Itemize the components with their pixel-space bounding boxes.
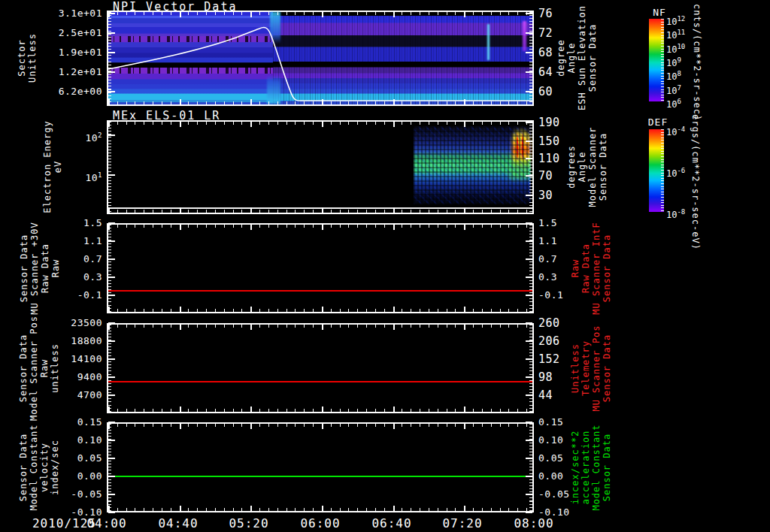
panel3-data-line: [108, 290, 532, 292]
xaxis-tick: 06:00: [286, 516, 354, 530]
panel3-right-minor-ticks: [529, 225, 532, 312]
panel5-yaxis-label: Sensor Data Model Constant velocity inde…: [17, 407, 62, 527]
panel1-ytick: 3.1e+01: [27, 8, 102, 20]
panel1-yaxis-label: Sector Unitless: [16, 0, 38, 118]
panel1-ytick: 1.2e+01: [27, 66, 102, 78]
colorbar-nf: [649, 19, 664, 101]
panel5-lineplot: [107, 422, 534, 512]
panel2-heatmap: [414, 126, 531, 204]
panel3-top-ticks: [108, 225, 532, 230]
plot-page: NPI Vector Data 3.1e+01 2.5e+01 1.9e+01 …: [0, 0, 770, 532]
panel2-green-patch: [510, 168, 529, 179]
colorbar-def: [649, 129, 664, 212]
colorbar-def-tick: 10-8: [666, 207, 708, 220]
panel5-right-minor-ticks: [529, 424, 532, 511]
panel5-data-line: [108, 476, 532, 477]
panel1-overlay-line: [108, 12, 532, 104]
panel3-lineplot: [107, 223, 534, 313]
panel1-ytick: 6.2e+00: [27, 86, 102, 98]
panel4-left-minor-ticks: [108, 325, 111, 412]
panel2-red-streak: [517, 132, 518, 161]
xaxis-tick: 08:00: [500, 516, 568, 530]
panel2-ytick: 101: [27, 169, 102, 184]
panel4-top-ticks: [108, 325, 532, 330]
panel2-red-streak: [522, 132, 523, 161]
colorbar-nf-unit: cnts/(cm**2-sr-sec): [692, 4, 702, 116]
panel5-top-ticks: [108, 424, 532, 429]
panel3-bottom-ticks: [108, 307, 532, 312]
panel1-ytick: 1.9e+01: [27, 47, 102, 59]
panel4-data-line: [108, 381, 532, 382]
panel4-lineplot: [107, 323, 534, 413]
colorbar-def-tick: 10-6: [666, 165, 708, 179]
panel5-left-minor-ticks: [108, 424, 111, 511]
panel1-ytick: 2.5e+01: [27, 27, 102, 39]
xaxis-tick: 06:40: [358, 516, 426, 530]
panel2-bottom-ticks: [108, 207, 532, 213]
panel2-spectrogram: [107, 120, 534, 214]
xaxis-tick: 04:00: [73, 516, 141, 530]
panel1-spectrogram: [107, 11, 534, 106]
panel1-bottom-ticks: [108, 99, 532, 104]
panel4-bottom-ticks: [108, 407, 532, 412]
panel3-left-minor-ticks: [108, 225, 111, 312]
xaxis-tick: 05:20: [215, 516, 283, 530]
panel5-y2axis-label: incex/sec**2 acceleration Model Constant…: [568, 404, 614, 531]
colorbar-def-tick: 10-4: [666, 124, 708, 138]
panel2-hot-spot: [512, 128, 530, 173]
panel5-bottom-ticks: [108, 506, 532, 511]
panel2-right-minor-ticks: [529, 122, 532, 213]
panel1-top-ticks: [108, 12, 532, 17]
xaxis-tick: 04:40: [144, 516, 212, 530]
colorbar-def-unit: ergs/(cm**2-sr-sec-eV): [690, 114, 701, 227]
panel4-right-minor-ticks: [529, 325, 532, 412]
panel2-ytick: 102: [27, 129, 102, 144]
panel2-top-ticks: [108, 122, 532, 127]
xaxis-tick: 07:20: [429, 516, 496, 530]
